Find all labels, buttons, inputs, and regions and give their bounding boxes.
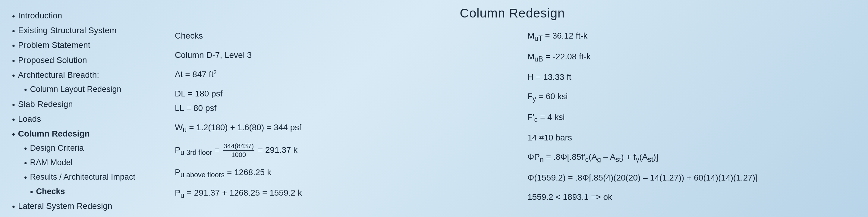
sidebar-item-label: Column Redesign	[18, 128, 90, 140]
sidebar-item-column-layout-redesign[interactable]: • Column Layout Redesign	[12, 83, 151, 96]
sidebar-item-proposed-solution[interactable]: • Proposed Solution	[12, 54, 151, 67]
bullet-icon: •	[12, 201, 15, 213]
right-column: MuT = 36.12 ft-k MuB = -22.08 ft-k H = 1…	[516, 30, 850, 211]
dl-ll: DL = 180 psf LL = 80 psf	[175, 87, 497, 115]
bullet-icon: •	[12, 114, 15, 125]
column-label: Column D-7, Level 3	[175, 49, 497, 61]
bullet-icon: •	[24, 172, 27, 184]
bullet-icon: •	[12, 216, 15, 217]
pu-above-floors: Pu above floors = 1268.25 k	[175, 166, 497, 180]
sidebar-item-cm-breadth[interactable]: • CM Breadth: Cost Analysis	[12, 215, 151, 217]
sidebar-item-label: Column Layout Redesign	[30, 84, 121, 95]
bullet-icon: •	[12, 10, 15, 22]
sidebar-item-problem-statement[interactable]: • Problem Statement	[12, 38, 151, 52]
wu-equation: Wu = 1.2(180) + 1.6(80) = 344 psf	[175, 121, 497, 135]
phi-eq-value: Φ(1559.2) = .8Φ[.85(4)(20(20) – 14(1.27)…	[527, 172, 850, 184]
sidebar-item-label: Proposed Solution	[18, 54, 87, 66]
sidebar-item-checks[interactable]: • Checks	[12, 185, 151, 198]
result-ok: 1559.2 < 1893.1 => ok	[527, 191, 850, 204]
sidebar-item-label: Slab Redesign	[18, 98, 73, 110]
bullet-icon: •	[24, 143, 27, 155]
fc-value: F'c = 4 ksi	[527, 111, 850, 125]
sidebar-item-column-redesign[interactable]: • Column Redesign	[12, 127, 151, 141]
sidebar-item-results-arch-impact[interactable]: • Results / Architectural Impact	[12, 171, 151, 184]
checks-label: Checks	[175, 30, 497, 42]
sidebar-item-introduction[interactable]: • Introduction	[12, 9, 151, 23]
page-title: Column Redesign	[175, 6, 850, 21]
phi-pn-equation: ΦPn = .8Φ[.85f'c(Ag – Ast) + fy(Ast)]	[527, 151, 850, 165]
h-value: H = 13.33 ft	[527, 71, 850, 84]
sidebar-item-label: Introduction	[18, 10, 62, 22]
sidebar: • Introduction • Existing Structural Sys…	[0, 0, 157, 217]
fraction: 344(8437) 1000	[223, 142, 254, 159]
sidebar-item-label: Checks	[36, 186, 65, 197]
sidebar-item-label: Design Criteria	[30, 143, 84, 154]
sidebar-item-label: Loads	[18, 113, 41, 125]
sidebar-item-loads[interactable]: • Loads	[12, 113, 151, 126]
two-column-layout: Checks Column D-7, Level 3 At = 847 ft2 …	[175, 30, 850, 211]
sidebar-item-label: Results / Architectural Impact	[30, 172, 135, 183]
mut-value: MuT = 36.12 ft-k	[527, 30, 850, 44]
bullet-icon: •	[12, 25, 15, 37]
sidebar-item-label: Problem Statement	[18, 39, 90, 51]
sidebar-item-label: Existing Structural System	[18, 24, 117, 36]
sidebar-item-label: Lateral System Redesign	[18, 200, 113, 212]
at-label: At = 847 ft2	[175, 68, 497, 81]
sidebar-item-lateral-system-redesign[interactable]: • Lateral System Redesign	[12, 199, 151, 213]
sidebar-item-existing-structural[interactable]: • Existing Structural System	[12, 24, 151, 37]
bullet-icon: •	[12, 70, 15, 82]
bullet-icon: •	[12, 40, 15, 52]
bullet-icon: •	[12, 99, 15, 111]
mub-value: MuB = -22.08 ft-k	[527, 50, 850, 64]
sidebar-item-label: CM Breadth: Cost Analysis	[18, 215, 119, 217]
pu-3rd-floor: Pu 3rd floor = 344(8437) 1000 = 291.37 k	[175, 142, 497, 159]
sidebar-item-label: Architectural Breadth:	[18, 69, 99, 81]
bullet-icon: •	[12, 128, 15, 140]
bullet-icon: •	[24, 84, 27, 96]
sidebar-item-design-criteria[interactable]: • Design Criteria	[12, 142, 151, 155]
left-column: Checks Column D-7, Level 3 At = 847 ft2 …	[175, 30, 516, 211]
sidebar-item-ram-model[interactable]: • RAM Model	[12, 156, 151, 170]
sidebar-item-label: RAM Model	[30, 157, 72, 168]
pu-total: Pu = 291.37 + 1268.25 = 1559.2 k	[175, 187, 497, 201]
main-content: Column Redesign Checks Column D-7, Level…	[157, 0, 868, 217]
bars-value: 14 #10 bars	[527, 131, 850, 144]
bullet-icon: •	[30, 187, 33, 198]
fy-value: Fy = 60 ksi	[527, 90, 850, 104]
bullet-icon: •	[12, 55, 15, 67]
sidebar-item-slab-redesign[interactable]: • Slab Redesign	[12, 98, 151, 111]
sidebar-item-architectural-breadth[interactable]: • Architectural Breadth:	[12, 68, 151, 82]
bullet-icon: •	[24, 158, 27, 169]
